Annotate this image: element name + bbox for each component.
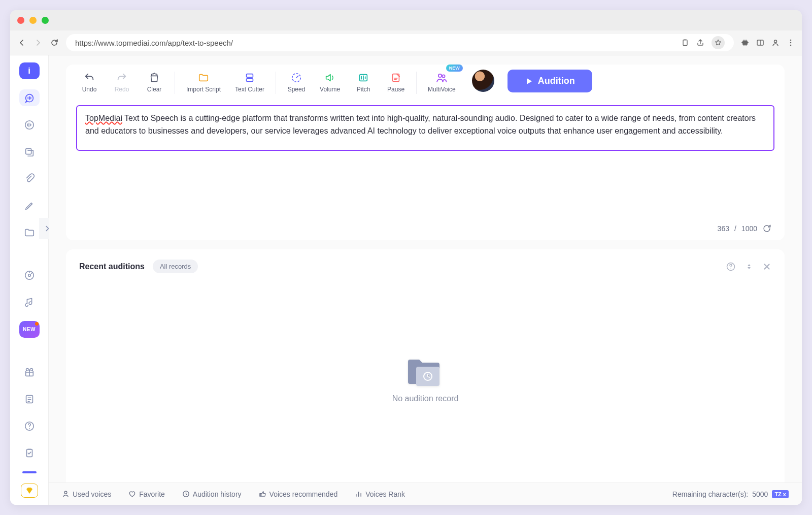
music-note-icon	[24, 297, 35, 308]
svg-rect-1	[757, 40, 763, 45]
speed-label: Speed	[288, 86, 306, 93]
sidebar-item-gift[interactable]	[19, 364, 40, 380]
sidebar-item-library[interactable]	[19, 143, 40, 160]
panel-icon[interactable]	[756, 39, 764, 47]
stack-icon	[24, 146, 35, 157]
redo-icon	[116, 72, 128, 84]
bookmark-star-icon[interactable]	[712, 36, 725, 49]
browser-window: https://www.topmediai.com/app/text-to-sp…	[10, 10, 802, 505]
sidebar-item-edit[interactable]	[19, 197, 40, 214]
cutter-icon	[244, 72, 256, 84]
toolbar-separator	[175, 72, 175, 94]
disc-icon	[24, 270, 35, 281]
url-field[interactable]: https://www.topmediai.com/app/text-to-sp…	[66, 34, 734, 51]
tz-badge[interactable]: TZ x	[772, 490, 789, 498]
editor-card: TopMediai Text to Speech is a cutting-ed…	[66, 95, 785, 240]
pitch-button[interactable]: Pitch	[349, 70, 378, 95]
toolbar: Undo Redo Clear Import Script Text Cutte…	[66, 65, 785, 95]
voices-rank-button[interactable]: Voices Rank	[355, 490, 405, 498]
sidebar-item-attachment[interactable]	[19, 170, 40, 187]
clock-icon	[182, 490, 190, 498]
nav-forward-button[interactable]	[33, 38, 43, 47]
nav-back-button[interactable]	[17, 38, 26, 47]
import-script-button[interactable]: Import Script	[181, 70, 226, 95]
volume-label: Volume	[320, 86, 340, 93]
empty-folder-icon	[405, 356, 446, 388]
svg-point-6	[25, 120, 33, 129]
svg-rect-7	[25, 148, 31, 154]
browser-right-icons	[741, 39, 795, 47]
sep: /	[734, 224, 736, 233]
note-icon	[24, 394, 35, 405]
volume-icon	[324, 72, 336, 84]
sidebar: i NEW	[10, 55, 49, 505]
pause-icon	[390, 72, 402, 84]
help-icon[interactable]	[726, 262, 736, 272]
char-count: 363	[718, 224, 729, 233]
counter-row: 363 / 1000	[76, 217, 774, 233]
new-badge: NEW	[446, 65, 463, 72]
multivoice-icon	[435, 72, 448, 84]
used-voices-button[interactable]: Used voices	[62, 490, 111, 498]
recent-card: Recent auditions All records No audition…	[66, 249, 785, 496]
voices-recommended-button[interactable]: Voices recommended	[259, 490, 338, 498]
pitch-icon	[357, 72, 369, 84]
pause-button[interactable]: Pause	[382, 70, 410, 95]
chat-voice-icon	[24, 92, 35, 104]
heart-icon	[128, 490, 136, 498]
char-limit: 1000	[741, 224, 757, 233]
sidebar-item-tts[interactable]	[19, 89, 40, 106]
sidebar-item-help[interactable]	[19, 417, 40, 434]
audition-history-button[interactable]: Audition history	[182, 490, 242, 498]
import-label: Import Script	[186, 86, 221, 93]
sidebar-item-voice-changer[interactable]	[19, 116, 40, 133]
clear-button[interactable]: Clear	[140, 70, 168, 95]
svg-point-19	[438, 74, 442, 77]
profile-icon[interactable]	[771, 39, 780, 47]
recent-title: Recent auditions	[79, 262, 145, 271]
redo-label: Redo	[115, 86, 129, 93]
import-icon	[197, 72, 210, 84]
text-input[interactable]: TopMediai Text to Speech is a cutting-ed…	[76, 105, 774, 151]
multivoice-label: MultiVoice	[428, 86, 456, 93]
minimize-window-button[interactable]	[29, 17, 37, 24]
sidebar-item-premium[interactable]	[21, 484, 38, 498]
sidebar-brand[interactable]: i	[19, 62, 40, 79]
folder-icon	[24, 227, 35, 238]
clipboard-check-icon	[24, 447, 35, 459]
svg-point-24	[64, 491, 67, 494]
editor-text: Text to Speech is a cutting-edge platfor…	[85, 114, 756, 135]
speed-button[interactable]: Speed	[282, 70, 311, 95]
multivoice-button[interactable]: NEWMultiVoice	[423, 70, 461, 95]
clipboard-icon[interactable]	[681, 39, 689, 47]
svg-rect-14	[247, 74, 253, 77]
svg-rect-0	[683, 40, 687, 46]
volume-button[interactable]: Volume	[315, 70, 345, 95]
close-icon[interactable]	[762, 262, 771, 271]
favorite-button[interactable]: Favorite	[128, 490, 165, 498]
diamond-icon	[25, 486, 34, 495]
undo-button[interactable]: Undo	[75, 70, 104, 95]
share-icon[interactable]	[696, 39, 704, 47]
sidebar-item-music[interactable]	[19, 267, 40, 284]
undo-icon	[83, 72, 95, 84]
reload-button[interactable]	[50, 38, 59, 47]
extensions-icon[interactable]	[741, 39, 749, 47]
text-cutter-button[interactable]: Text Cutter	[230, 70, 269, 95]
redo-button[interactable]: Redo	[108, 70, 136, 95]
all-records-chip[interactable]: All records	[153, 260, 198, 273]
sort-icon[interactable]	[745, 263, 753, 271]
sidebar-item-songs[interactable]	[19, 294, 40, 311]
refresh-button[interactable]	[762, 224, 771, 233]
sidebar-item-folder[interactable]	[19, 224, 40, 241]
sidebar-item-notes[interactable]	[19, 391, 40, 407]
main: Undo Redo Clear Import Script Text Cutte…	[49, 55, 802, 505]
editor-highlight: TopMediai	[85, 114, 122, 122]
maximize-window-button[interactable]	[42, 17, 49, 24]
sidebar-item-tasks[interactable]	[19, 444, 40, 461]
menu-icon[interactable]	[787, 39, 795, 47]
close-window-button[interactable]	[17, 17, 24, 24]
sidebar-item-new[interactable]: NEW	[19, 321, 40, 338]
voice-avatar[interactable]	[472, 70, 494, 92]
audition-button[interactable]: Audition	[507, 70, 592, 92]
